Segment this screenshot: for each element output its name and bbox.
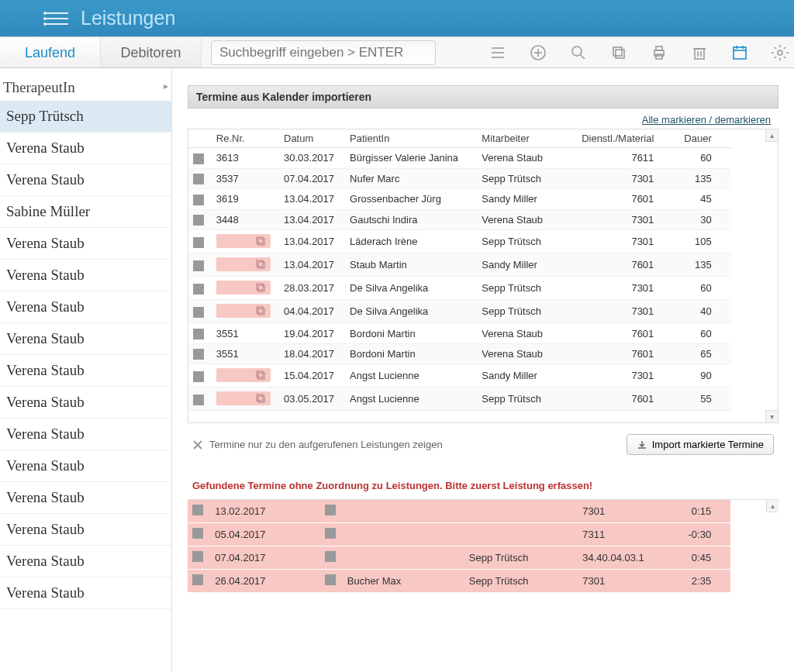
svg-rect-14 — [616, 50, 624, 58]
row-checkbox[interactable] — [325, 551, 336, 562]
col-renr[interactable]: Re.Nr. — [212, 129, 279, 148]
row-checkbox[interactable] — [193, 329, 204, 339]
tab-laufend[interactable]: Laufend — [0, 38, 101, 67]
sidebar-item[interactable]: Verena Staub — [0, 133, 171, 164]
col-datum[interactable]: Datum — [279, 129, 345, 148]
row-checkbox[interactable] — [193, 371, 204, 382]
copy-icon[interactable] — [608, 42, 630, 64]
table-row[interactable]: 361330.03.2017Bürgisser Valerie JaninaVe… — [188, 148, 731, 169]
toggle-all-link[interactable]: Alle markieren / demarkieren — [642, 114, 771, 126]
table-row[interactable]: 03.05.2017Angst LucienneSepp Trütsch7601… — [188, 388, 731, 411]
table-row[interactable]: 355118.04.2017Bordoni MartinVerena Staub… — [188, 343, 731, 364]
row-checkbox[interactable] — [193, 237, 204, 248]
table-row[interactable]: 05.04.20177311-0:30 — [188, 523, 730, 546]
sidebar-item[interactable]: Verena Staub — [0, 514, 171, 546]
sidebar-item[interactable]: Verena Staub — [0, 260, 171, 291]
sidebar-heading[interactable]: TherapeutIn ▸ — [0, 68, 171, 101]
sidebar-item[interactable]: Verena Staub — [0, 355, 171, 387]
row-checkbox[interactable] — [193, 215, 204, 226]
trash-icon[interactable] — [689, 42, 710, 64]
row-checkbox[interactable] — [193, 349, 204, 360]
table-row[interactable]: 07.04.2017Sepp Trütsch34.40.04.03.10:45 — [188, 546, 730, 570]
warning-text: Gefundene Termine ohne Zuordnung zu Leis… — [188, 477, 778, 499]
sidebar-item[interactable]: Verena Staub — [0, 482, 171, 514]
copy-invoice-icon[interactable] — [216, 234, 271, 248]
row-checkbox[interactable] — [193, 153, 204, 164]
copy-invoice-icon[interactable] — [216, 281, 271, 295]
svg-rect-36 — [257, 284, 263, 290]
svg-point-5 — [44, 22, 47, 25]
chevron-right-icon: ▸ — [164, 81, 168, 92]
print-icon[interactable] — [648, 42, 670, 64]
panel-title: Termine aus Kalender importieren — [188, 85, 778, 109]
gear-icon[interactable] — [769, 42, 791, 64]
copy-invoice-icon[interactable] — [216, 391, 271, 405]
row-checkbox[interactable] — [193, 260, 204, 271]
row-checkbox[interactable] — [192, 551, 203, 562]
list-icon[interactable] — [487, 42, 509, 64]
sidebar: TherapeutIn ▸ Sepp TrütschVerena StaubVe… — [0, 68, 172, 672]
scroll-down-icon[interactable]: ▾ — [765, 410, 778, 422]
row-checkbox[interactable] — [325, 528, 336, 539]
table-row[interactable]: 353707.04.2017Nufer MarcSepp Trütsch7301… — [188, 168, 731, 189]
sidebar-item[interactable]: Verena Staub — [0, 577, 171, 609]
sidebar-item[interactable]: Verena Staub — [0, 419, 171, 450]
table-row[interactable]: 361913.04.2017Grossenbacher JürgSandy Mi… — [188, 189, 731, 210]
sidebar-item[interactable]: Verena Staub — [0, 450, 171, 482]
table-row[interactable]: 26.04.2017Bucher MaxSepp Trütsch73012:35 — [188, 570, 730, 593]
search-input[interactable] — [211, 40, 436, 65]
svg-rect-18 — [656, 54, 662, 59]
copy-invoice-icon[interactable] — [216, 368, 271, 382]
main-panel: Termine aus Kalender importieren Alle ma… — [172, 68, 794, 672]
svg-rect-31 — [258, 239, 264, 245]
table-row[interactable]: 15.04.2017Angst LucienneSandy Miller7301… — [188, 364, 731, 388]
sidebar-item[interactable]: Sabine Müller — [0, 196, 171, 228]
app-header: Leistungen — [0, 0, 794, 37]
col-dauer[interactable]: Dauer — [658, 129, 716, 148]
sidebar-item[interactable]: Verena Staub — [0, 387, 171, 419]
row-checkbox[interactable] — [192, 574, 203, 585]
row-checkbox[interactable] — [325, 505, 336, 515]
row-checkbox[interactable] — [193, 307, 204, 318]
sidebar-item[interactable]: Verena Staub — [0, 228, 171, 260]
calendar-icon[interactable] — [729, 42, 751, 64]
col-dienst[interactable]: Dienstl./Material — [568, 129, 658, 148]
copy-invoice-icon[interactable] — [216, 257, 271, 271]
svg-rect-35 — [258, 285, 264, 291]
add-icon[interactable] — [527, 42, 549, 64]
table-row[interactable]: 04.04.2017De Silva AngelikaSepp Trütsch7… — [188, 300, 731, 323]
svg-point-30 — [778, 50, 782, 55]
row-checkbox[interactable] — [193, 395, 204, 405]
svg-rect-23 — [734, 47, 746, 59]
row-checkbox[interactable] — [193, 284, 204, 295]
table-row[interactable]: 13.02.201773010:15 — [188, 500, 730, 523]
search-icon[interactable] — [568, 42, 589, 64]
table-row[interactable]: 13.04.2017Läderach IrèneSepp Trütsch7301… — [188, 230, 731, 253]
row-checkbox[interactable] — [193, 174, 204, 184]
row-checkbox[interactable] — [325, 574, 336, 585]
table-row[interactable]: 13.04.2017Staub MartinSandy Miller760113… — [188, 253, 731, 277]
col-patient[interactable]: PatientIn — [345, 129, 477, 148]
sidebar-item[interactable]: Sepp Trütsch — [0, 101, 171, 133]
sidebar-item[interactable]: Verena Staub — [0, 546, 171, 577]
sidebar-item[interactable]: Verena Staub — [0, 164, 171, 196]
scroll-up-icon[interactable]: ▴ — [766, 500, 778, 512]
sidebar-item[interactable]: Verena Staub — [0, 291, 171, 323]
toolbar: Laufend Debitoren — [0, 37, 794, 68]
copy-invoice-icon[interactable] — [216, 304, 271, 318]
import-table: Re.Nr. Datum PatientIn Mitarbeiter Diens… — [188, 129, 731, 442]
table-row[interactable]: 355119.04.2017Bordoni MartinVerena Staub… — [188, 323, 731, 344]
sidebar-item[interactable]: Verena Staub — [0, 323, 171, 355]
row-checkbox[interactable] — [192, 528, 203, 539]
row-checkbox[interactable] — [193, 195, 204, 205]
svg-point-4 — [44, 17, 47, 19]
svg-rect-34 — [257, 260, 263, 267]
table-row[interactable]: 344813.04.2017Gautschi IndiraVerena Stau… — [188, 209, 731, 230]
tab-debitoren[interactable]: Debitoren — [101, 38, 202, 67]
row-checkbox[interactable] — [192, 505, 203, 515]
scroll-up-icon[interactable]: ▴ — [765, 129, 778, 142]
col-mitarbeiter[interactable]: Mitarbeiter — [477, 129, 568, 148]
svg-rect-19 — [695, 49, 704, 59]
table-row[interactable]: 28.03.2017De Silva AngelikaSepp Trütsch7… — [188, 277, 731, 300]
svg-rect-40 — [257, 371, 263, 377]
